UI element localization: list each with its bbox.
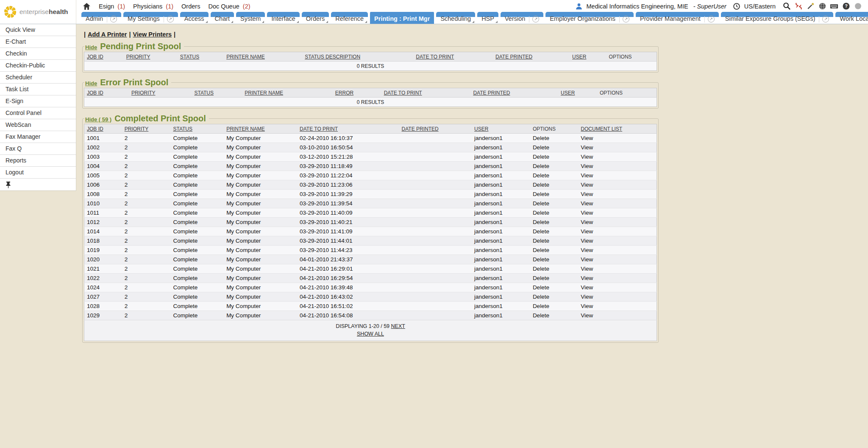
tab-reference[interactable]: Reference <box>331 12 368 24</box>
view-link[interactable]: View <box>581 238 593 244</box>
topnav-physicians[interactable]: Physicians (1) <box>133 3 173 10</box>
delete-link[interactable]: Delete <box>533 219 549 225</box>
sidebar-item-logout[interactable]: Logout <box>0 167 76 179</box>
view-link[interactable]: View <box>581 312 593 319</box>
hide-completed-link[interactable]: Hide ( 59 ) <box>85 116 111 123</box>
delete-link[interactable]: Delete <box>533 238 549 244</box>
hide-error-link[interactable]: Hide <box>85 80 97 87</box>
delete-link[interactable]: Delete <box>533 182 549 188</box>
column-header-label[interactable]: USER <box>572 54 586 60</box>
tab-provider-management[interactable]: Provider Management↗ <box>636 12 719 24</box>
tab-scheduling[interactable]: Scheduling <box>436 12 475 24</box>
delete-link[interactable]: Delete <box>533 256 549 263</box>
external-link-icon[interactable]: ↗ <box>708 16 715 22</box>
sidebar-item-checkin[interactable]: Checkin <box>0 48 76 60</box>
column-header-label[interactable]: STATUS <box>173 126 192 132</box>
delete-link[interactable]: Delete <box>533 154 549 160</box>
view-link[interactable]: View <box>581 228 593 235</box>
tab-admin[interactable]: Admin↗ <box>81 12 121 24</box>
tab-access[interactable]: Access <box>180 12 209 24</box>
next-page-link[interactable]: NEXT <box>391 323 405 329</box>
delete-link[interactable]: Delete <box>533 228 549 235</box>
topnav-esign[interactable]: Esign (1) <box>99 3 125 10</box>
keyboard-icon[interactable] <box>830 2 838 11</box>
sidebar-item-e-sign[interactable]: E-Sign <box>0 95 76 107</box>
view-link[interactable]: View <box>581 182 593 188</box>
clock-icon[interactable] <box>732 2 741 11</box>
wand-icon[interactable] <box>806 2 815 11</box>
add-a-printer-link[interactable]: Add A Printer <box>88 31 127 38</box>
tab-interface[interactable]: Interface <box>267 12 299 24</box>
view-printers-link[interactable]: View Printers <box>133 31 172 38</box>
view-link[interactable]: View <box>581 172 593 179</box>
column-header-label[interactable]: DATE TO PRINT <box>416 54 454 60</box>
column-header-label[interactable]: STATUS <box>180 54 200 60</box>
sidebar-item-checkin-public[interactable]: Checkin-Public <box>0 60 76 72</box>
search-icon[interactable] <box>782 2 791 11</box>
column-header-label[interactable]: JOB ID <box>87 54 103 60</box>
delete-link[interactable]: Delete <box>533 266 549 272</box>
column-header-label[interactable]: STATUS <box>194 90 214 96</box>
sidebar-item-task-list[interactable]: Task List <box>0 84 76 95</box>
home-icon[interactable] <box>82 2 91 11</box>
globe-icon[interactable] <box>818 2 826 11</box>
column-header-label[interactable]: JOB ID <box>87 90 103 96</box>
delete-link[interactable]: Delete <box>533 135 549 141</box>
sidebar-item-scheduler[interactable]: Scheduler <box>0 72 76 84</box>
column-header-label[interactable]: JOB ID <box>87 126 103 132</box>
topnav-orders[interactable]: Orders <box>181 3 200 10</box>
column-header-label[interactable]: DATE PRINTED <box>473 90 510 96</box>
timezone-label[interactable]: US/Eastern <box>744 3 776 10</box>
delete-link[interactable]: Delete <box>533 303 549 309</box>
tab-version[interactable]: Version↗ <box>501 12 543 24</box>
view-link[interactable]: View <box>581 275 593 281</box>
sidebar-item-webscan[interactable]: WebScan <box>0 119 76 131</box>
topnav-doc-queue[interactable]: Doc Queue (2) <box>208 3 250 10</box>
sidebar-item-fax-q[interactable]: Fax Q <box>0 143 76 155</box>
delete-link[interactable]: Delete <box>533 275 549 281</box>
view-link[interactable]: View <box>581 210 593 216</box>
view-link[interactable]: View <box>581 154 593 160</box>
show-all-link[interactable]: SHOW ALL <box>357 331 384 337</box>
column-header-label[interactable]: PRIORITY <box>125 126 149 132</box>
view-link[interactable]: View <box>581 191 593 197</box>
tab-printing-print-mgr[interactable]: Printing : Print Mgr <box>370 12 434 24</box>
hide-pending-link[interactable]: Hide <box>85 44 97 50</box>
tab-my-settings[interactable]: My Settings↗ <box>123 12 178 24</box>
view-link[interactable]: View <box>581 135 593 141</box>
view-link[interactable]: View <box>581 247 593 253</box>
column-header-label[interactable]: PRINTER NAME <box>245 90 283 96</box>
column-header-label[interactable]: DATE PRINTED <box>495 54 532 60</box>
column-header-label[interactable]: PRIORITY <box>126 54 150 60</box>
view-link[interactable]: View <box>581 266 593 272</box>
help-icon[interactable]: ? <box>842 2 850 11</box>
view-link[interactable]: View <box>581 163 593 169</box>
column-header-label[interactable]: PRINTER NAME <box>226 126 265 132</box>
view-link[interactable]: View <box>581 294 593 300</box>
delete-link[interactable]: Delete <box>533 284 549 291</box>
delete-link[interactable]: Delete <box>533 294 549 300</box>
view-link[interactable]: View <box>581 200 593 207</box>
sidebar-item-quick-view[interactable]: Quick View <box>0 24 76 36</box>
column-header-label[interactable]: ERROR <box>335 90 353 96</box>
delete-link[interactable]: Delete <box>533 247 549 253</box>
column-header-label[interactable]: USER <box>474 126 488 132</box>
column-header-label[interactable]: DATE TO PRINT <box>300 126 338 132</box>
view-link[interactable]: View <box>581 303 593 309</box>
tab-orders[interactable]: Orders <box>302 12 329 24</box>
external-link-icon[interactable]: ↗ <box>822 16 829 22</box>
tab-work-locations[interactable]: Work Locations↗ <box>835 12 868 24</box>
column-header-label[interactable]: PRINTER NAME <box>226 54 265 60</box>
pin-icon[interactable] <box>6 181 11 188</box>
column-header-label[interactable]: DATE TO PRINT <box>384 90 422 96</box>
column-header-label[interactable]: PRIORITY <box>131 90 156 96</box>
external-link-icon[interactable]: ↗ <box>532 16 539 22</box>
status-circle-icon[interactable] <box>854 2 862 11</box>
view-link[interactable]: View <box>581 256 593 263</box>
sidebar-item-control-panel[interactable]: Control Panel <box>0 107 76 119</box>
external-link-icon[interactable]: ↗ <box>110 16 117 22</box>
column-header-label[interactable]: STATUS DESCRIPTION <box>305 54 360 60</box>
delete-link[interactable]: Delete <box>533 312 549 319</box>
view-link[interactable]: View <box>581 144 593 151</box>
tab-hsp[interactable]: HSP <box>477 12 498 24</box>
